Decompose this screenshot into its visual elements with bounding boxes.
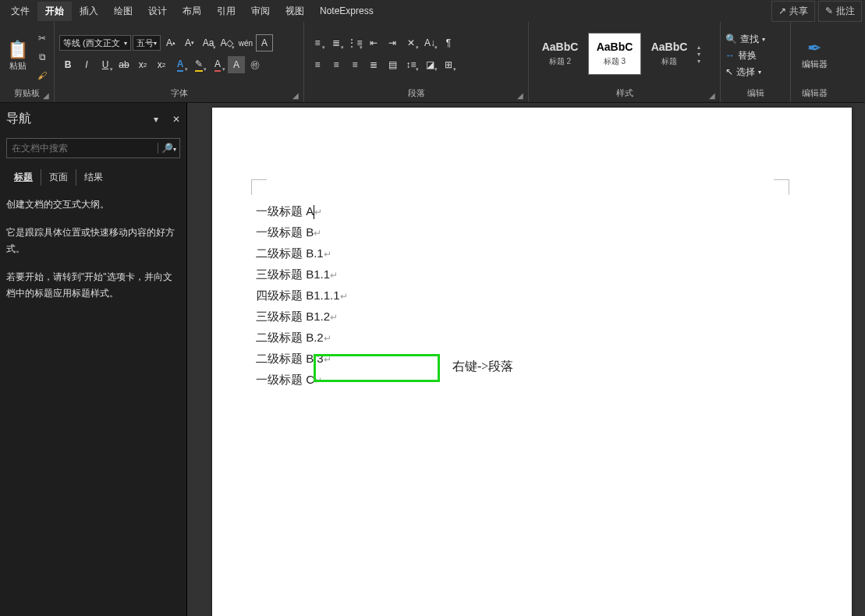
show-marks-button[interactable]: ¶ xyxy=(440,34,457,51)
borders-button[interactable]: ⊞ xyxy=(440,56,457,73)
multilevel-button[interactable]: ⋮≡ xyxy=(346,34,363,51)
italic-button[interactable]: I xyxy=(78,56,95,73)
nav-close-button[interactable]: ✕ xyxy=(172,114,180,125)
strike-button[interactable]: ab xyxy=(115,56,133,73)
underline-button[interactable]: U xyxy=(97,56,114,73)
doc-line[interactable]: 一级标题 A↵ xyxy=(256,201,348,222)
crop-mark xyxy=(774,179,789,195)
font-name-combo[interactable]: 等线 (西文正文▾ xyxy=(59,35,131,51)
line-spacing-button[interactable]: ↕≡ xyxy=(402,56,420,73)
pilcrow-icon: ¶ xyxy=(446,37,451,48)
styles-gallery-more[interactable]: ▴▾▾ xyxy=(697,42,708,66)
text-effects-button[interactable]: A xyxy=(172,56,189,73)
nav-search: 🔎▾ xyxy=(6,138,180,158)
comments-button[interactable]: ✎批注 xyxy=(818,1,862,22)
group-clipboard: 📋 粘贴 ✂ ⧉ 🖌 剪贴板 ◢ xyxy=(0,22,55,102)
clipboard-launcher[interactable]: ◢ xyxy=(43,91,52,101)
doc-line[interactable]: 二级标题 B.1↵ xyxy=(256,243,348,264)
nav-title: 导航 xyxy=(6,111,31,127)
doc-line[interactable]: 三级标题 B1.2↵ xyxy=(256,306,348,327)
menu-design[interactable]: 设计 xyxy=(140,2,175,21)
menu-draw[interactable]: 绘图 xyxy=(106,2,140,21)
search-icon: 🔎 xyxy=(161,143,173,154)
indent-increase-button[interactable]: ⇥ xyxy=(384,34,401,51)
menu-file[interactable]: 文件 xyxy=(3,2,37,21)
change-case-button[interactable]: Aa xyxy=(200,34,217,51)
numbering-button[interactable]: ≣ xyxy=(328,34,345,51)
shrink-font-button[interactable]: A▾ xyxy=(181,34,198,51)
document-area[interactable]: 一级标题 A↵ 一级标题 B↵ 二级标题 B.1↵ 三级标题 B1.1↵ 四级标… xyxy=(187,103,865,616)
nav-tabs: 标题 页面 结果 xyxy=(6,169,180,186)
doc-line[interactable]: 二级标题 B.2↵ xyxy=(256,327,348,349)
shading-button[interactable]: ◪ xyxy=(421,56,438,73)
doc-line[interactable]: 一级标题 B↵ xyxy=(256,222,348,243)
menu-layout[interactable]: 布局 xyxy=(175,2,209,21)
grow-font-button[interactable]: A▴ xyxy=(162,34,179,51)
doc-line[interactable]: 三级标题 B1.1↵ xyxy=(256,264,348,285)
tab-results[interactable]: 结果 xyxy=(76,169,111,186)
menu-insert[interactable]: 插入 xyxy=(72,2,106,21)
distribute-icon: ▤ xyxy=(388,59,397,70)
group-label: 样式 xyxy=(529,86,720,102)
bold-button[interactable]: B xyxy=(59,56,76,73)
align-right-button[interactable]: ≡ xyxy=(346,56,363,73)
menu-home[interactable]: 开始 xyxy=(37,2,72,21)
copy-icon: ⧉ xyxy=(39,51,46,62)
font-size-combo[interactable]: 五号▾ xyxy=(133,35,161,51)
font-launcher[interactable]: ◢ xyxy=(292,91,302,101)
highlight-button[interactable]: ✎ xyxy=(190,56,207,73)
bullets-button[interactable]: ≡ xyxy=(309,34,326,51)
justify-icon: ≣ xyxy=(370,59,378,70)
tab-pages[interactable]: 页面 xyxy=(41,169,76,186)
align-center-button[interactable]: ≡ xyxy=(328,56,345,73)
enclose-char-button[interactable]: ㊕ xyxy=(246,56,264,73)
brush-icon: 🖌 xyxy=(37,70,47,81)
clear-format-button[interactable]: A◇ xyxy=(218,34,236,51)
cut-button[interactable]: ✂ xyxy=(35,31,49,45)
subscript-button[interactable]: x2 xyxy=(134,56,151,73)
share-button[interactable]: ↗共享 xyxy=(771,1,815,22)
align-center-icon: ≡ xyxy=(333,59,339,70)
char-shading-button[interactable]: A xyxy=(228,56,245,73)
char-border-button[interactable]: A xyxy=(256,34,273,51)
style-title[interactable]: AaBbC 标题 xyxy=(643,33,696,75)
format-painter-button[interactable]: 🖌 xyxy=(35,69,49,83)
menu-noteexpress[interactable]: NoteExpress xyxy=(312,2,381,19)
superscript-button[interactable]: x2 xyxy=(153,56,170,73)
align-left-button[interactable]: ≡ xyxy=(309,56,326,73)
tab-headings[interactable]: 标题 xyxy=(6,169,41,186)
align-distribute-button[interactable]: ▤ xyxy=(384,56,401,73)
document-page[interactable]: 一级标题 A↵ 一级标题 B↵ 二级标题 B.1↵ 三级标题 B1.1↵ 四级标… xyxy=(212,108,852,616)
align-justify-button[interactable]: ≣ xyxy=(365,56,382,73)
editor-button[interactable]: ✒ 编辑器 xyxy=(796,38,833,70)
nav-search-input[interactable] xyxy=(7,143,158,154)
menu-bar: 文件 开始 插入 绘图 设计 布局 引用 审阅 视图 NoteExpress ↗… xyxy=(0,0,865,22)
select-button[interactable]: ↖选择▾ xyxy=(725,65,765,79)
copy-button[interactable]: ⧉ xyxy=(35,50,49,64)
styles-launcher[interactable]: ◢ xyxy=(709,91,718,101)
indent-decrease-button[interactable]: ⇤ xyxy=(365,34,382,51)
asian-layout-button[interactable]: ✕ xyxy=(402,34,420,51)
navigation-pane: 导航 ▾ ✕ 🔎▾ 标题 页面 结果 创建文档的交互式大纲。 它是跟踪具体位置或… xyxy=(0,103,187,616)
indent-icon: ⇥ xyxy=(388,37,396,48)
find-button[interactable]: 🔍查找▾ xyxy=(725,33,765,46)
replace-button[interactable]: ↔替换 xyxy=(725,49,765,62)
nav-menu-button[interactable]: ▾ xyxy=(154,114,158,125)
menu-review[interactable]: 审阅 xyxy=(243,2,278,21)
nav-search-button[interactable]: 🔎▾ xyxy=(158,143,179,154)
paragraph-launcher[interactable]: ◢ xyxy=(517,91,526,101)
group-editor: ✒ 编辑器 编辑器 xyxy=(791,22,838,102)
style-heading3[interactable]: AaBbC 标题 3 xyxy=(588,33,641,75)
font-color-button[interactable]: A xyxy=(209,56,226,73)
align-right-icon: ≡ xyxy=(352,59,357,70)
doc-line[interactable]: 四级标题 B1.1.1↵ xyxy=(256,285,348,306)
phonetic-button[interactable]: wén xyxy=(237,34,254,51)
menu-references[interactable]: 引用 xyxy=(209,2,243,21)
clipboard-icon: 📋 xyxy=(7,40,28,60)
sort-button[interactable]: A↓ xyxy=(421,34,438,51)
menu-view[interactable]: 视图 xyxy=(278,2,312,21)
align-left-icon: ≡ xyxy=(314,59,320,70)
style-heading2[interactable]: AaBbC 标题 2 xyxy=(534,33,587,75)
group-paragraph: ≡ ≣ ⋮≡ ⇤ ⇥ ✕ A↓ ¶ ≡ ≡ ≡ ≣ ▤ ↕≡ ◪ xyxy=(304,22,529,102)
paste-button[interactable]: 📋 粘贴 xyxy=(5,37,30,72)
